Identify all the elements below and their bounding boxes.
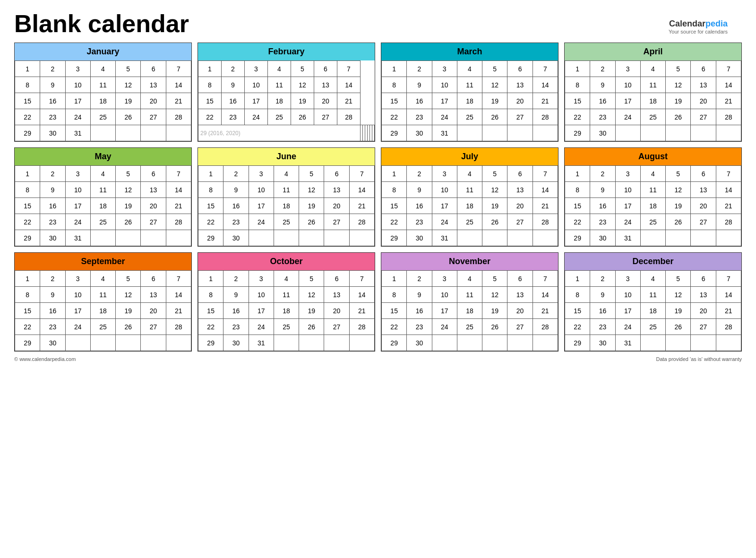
day-cell: 7 xyxy=(337,61,361,77)
day-cell xyxy=(640,230,665,246)
day-cell: 12 xyxy=(666,287,691,303)
day-cell xyxy=(141,230,166,246)
day-cell: 11 xyxy=(274,287,299,303)
day-cell: 29 xyxy=(198,230,223,246)
day-cell: 21 xyxy=(533,93,558,109)
day-cell: 2 xyxy=(407,271,432,287)
day-cell: 2 xyxy=(590,61,615,77)
day-cell: 25 xyxy=(457,319,482,335)
day-cell: 2 xyxy=(40,271,65,287)
day-cell: 2 xyxy=(590,166,615,182)
day-cell xyxy=(482,230,507,246)
day-cell xyxy=(666,230,691,246)
day-cell: 10 xyxy=(245,77,268,93)
day-cell: 17 xyxy=(249,198,274,214)
month-block-may: May1234567891011121314151617181920212223… xyxy=(14,147,192,247)
day-cell: 6 xyxy=(314,61,337,77)
table-row: 891011121314 xyxy=(198,182,375,198)
day-cell: 21 xyxy=(533,198,558,214)
day-cell: 28 xyxy=(166,109,191,125)
day-cell: 6 xyxy=(691,61,716,77)
day-cell: 8 xyxy=(565,287,590,303)
day-cell xyxy=(716,125,741,141)
day-cell: 21 xyxy=(533,303,558,319)
day-cell: 29 xyxy=(382,125,407,141)
day-cell: 21 xyxy=(716,93,741,109)
calendars-grid: January123456789101112131415161718192021… xyxy=(14,43,742,352)
day-cell: 15 xyxy=(565,93,590,109)
table-row: 293031 xyxy=(382,125,558,141)
day-cell: 6 xyxy=(691,166,716,182)
table-row: 1234567 xyxy=(15,271,191,287)
day-cell: 24 xyxy=(432,214,457,230)
day-cell xyxy=(372,125,375,141)
table-row: 15161718192021 xyxy=(198,198,375,214)
day-cell: 9 xyxy=(590,77,615,93)
day-cell: 11 xyxy=(640,77,665,93)
day-cell: 11 xyxy=(640,287,665,303)
day-cell xyxy=(65,335,90,351)
day-cell: 9 xyxy=(590,182,615,198)
table-row: 1234567 xyxy=(198,271,375,287)
table-row: 15161718192021 xyxy=(382,303,558,319)
day-cell: 20 xyxy=(141,93,166,109)
day-cell: 23 xyxy=(407,109,432,125)
day-cell: 11 xyxy=(90,77,115,93)
table-row: 1234567 xyxy=(565,271,741,287)
month-header-october: October xyxy=(198,253,375,270)
day-cell: 9 xyxy=(590,287,615,303)
day-cell: 25 xyxy=(90,319,115,335)
day-cell: 22 xyxy=(565,214,590,230)
table-row: 1234567 xyxy=(15,61,191,77)
footer-right: Data provided 'as is' without warranty xyxy=(656,356,742,362)
day-cell: 8 xyxy=(382,287,407,303)
day-cell: 2 xyxy=(223,166,249,182)
day-cell: 29 xyxy=(565,125,590,141)
day-cell: 17 xyxy=(615,93,640,109)
day-cell: 19 xyxy=(482,93,507,109)
day-cell: 17 xyxy=(615,198,640,214)
day-cell: 8 xyxy=(15,182,40,198)
day-cell: 5 xyxy=(482,271,507,287)
day-cell: 20 xyxy=(324,303,349,319)
day-cell: 3 xyxy=(432,271,457,287)
day-cell: 3 xyxy=(249,166,274,182)
day-cell: 28 xyxy=(337,109,361,125)
table-row: 891011121314 xyxy=(382,287,558,303)
day-cell: 16 xyxy=(40,198,65,214)
day-cell: 8 xyxy=(198,77,222,93)
table-row: 15161718192021 xyxy=(15,198,191,214)
day-cell: 23 xyxy=(407,214,432,230)
day-cell: 1 xyxy=(15,271,40,287)
day-cell: 2 xyxy=(222,61,245,77)
day-cell: 6 xyxy=(141,61,166,77)
table-row: 1234567 xyxy=(198,166,375,182)
day-cell: 31 xyxy=(432,230,457,246)
day-cell xyxy=(141,125,166,141)
day-cell: 17 xyxy=(249,303,274,319)
day-cell: 18 xyxy=(90,198,115,214)
day-cell: 30 xyxy=(223,230,249,246)
day-cell: 25 xyxy=(90,214,115,230)
day-cell: 26 xyxy=(116,109,141,125)
month-header-december: December xyxy=(565,253,741,270)
day-cell: 20 xyxy=(314,93,337,109)
day-cell: 7 xyxy=(716,271,741,287)
day-cell: 31 xyxy=(432,125,457,141)
day-cell: 13 xyxy=(141,287,166,303)
day-cell: 29 xyxy=(565,335,590,351)
day-cell: 19 xyxy=(666,93,691,109)
day-cell: 9 xyxy=(407,77,432,93)
day-cell: 19 xyxy=(666,303,691,319)
day-cell: 27 xyxy=(324,319,349,335)
day-cell: 26 xyxy=(116,214,141,230)
table-row: 1234567 xyxy=(382,166,558,182)
day-cell: 30 xyxy=(223,335,249,351)
day-cell: 13 xyxy=(324,182,349,198)
day-cell: 13 xyxy=(507,287,533,303)
day-cell: 31 xyxy=(249,335,274,351)
day-cell: 18 xyxy=(457,93,482,109)
month-grid-may: 1234567891011121314151617181920212223242… xyxy=(15,165,191,246)
day-cell: 18 xyxy=(268,93,291,109)
month-grid-january: 1234567891011121314151617181920212223242… xyxy=(15,60,191,141)
